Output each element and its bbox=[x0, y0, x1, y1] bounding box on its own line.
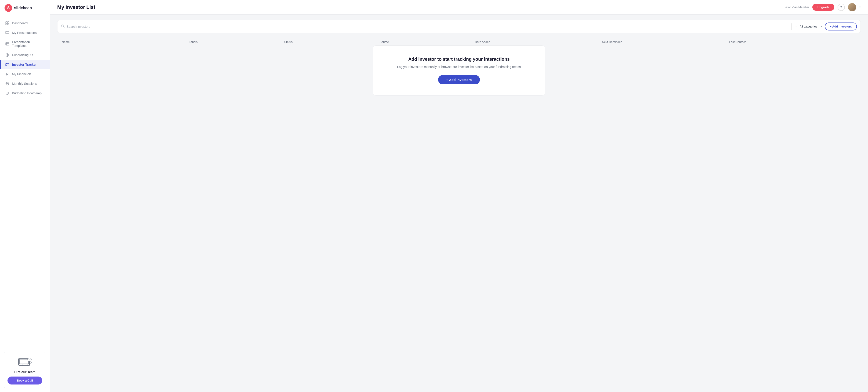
sessions-icon bbox=[5, 82, 9, 86]
svg-rect-1 bbox=[7, 22, 9, 23]
sidebar-nav: Dashboard My Presentations Presentation bbox=[0, 16, 50, 348]
sidebar-item-dashboard[interactable]: Dashboard bbox=[0, 19, 50, 28]
hire-team-title: Hire our Team bbox=[14, 370, 35, 374]
add-investors-button-toolbar[interactable]: + Add Investors bbox=[825, 23, 857, 30]
col-status: Status bbox=[284, 40, 379, 44]
svg-point-12 bbox=[6, 83, 7, 84]
empty-state-card: Add investor to start tracking your inte… bbox=[373, 46, 545, 95]
svg-rect-2 bbox=[6, 23, 7, 25]
svg-rect-0 bbox=[6, 22, 7, 23]
empty-subtitle: Log your investors manually or browse ou… bbox=[380, 65, 538, 69]
grid-icon bbox=[5, 21, 9, 25]
content-area: All categories ▾ + Add Investors Name La… bbox=[50, 15, 868, 392]
col-source: Source bbox=[379, 40, 475, 44]
category-select[interactable]: All categories bbox=[800, 25, 822, 28]
hire-team-card: Hire our Team Book a Call bbox=[4, 352, 46, 388]
help-button[interactable]: ? bbox=[838, 4, 845, 11]
sidebar-item-fundraising-kit[interactable]: Fundraising Kit bbox=[0, 50, 50, 60]
main-content: My Investor List Basic Plan Member Upgra… bbox=[50, 0, 868, 392]
sidebar-item-label: Monthly Sessions bbox=[12, 82, 37, 85]
add-investors-button-primary[interactable]: + Add Investors bbox=[438, 75, 480, 84]
category-select-wrap: All categories ▾ bbox=[800, 25, 822, 28]
template-icon bbox=[5, 42, 9, 46]
financials-icon bbox=[5, 72, 9, 76]
app-header: My Investor List Basic Plan Member Upgra… bbox=[50, 0, 868, 15]
toolbar-divider bbox=[792, 23, 792, 30]
logo: S slidebean bbox=[0, 0, 50, 16]
svg-rect-4 bbox=[6, 31, 9, 34]
svg-rect-5 bbox=[6, 43, 9, 45]
sidebar-item-label: My Financials bbox=[12, 72, 32, 76]
sidebar-item-budgeting-bootcamp[interactable]: Budgeting Bootcamp bbox=[0, 88, 50, 98]
plan-badge: Basic Plan Member bbox=[784, 5, 809, 9]
sidebar-item-label: Fundraising Kit bbox=[12, 53, 33, 57]
sidebar-item-investor-tracker[interactable]: Investor Tracker bbox=[0, 60, 50, 69]
search-icon bbox=[61, 24, 65, 29]
sidebar-item-label: Budgeting Bootcamp bbox=[12, 91, 41, 95]
empty-title: Add investor to start tracking your inte… bbox=[380, 57, 538, 62]
svg-rect-3 bbox=[7, 23, 9, 25]
avatar[interactable] bbox=[848, 3, 856, 11]
filter-icon bbox=[795, 25, 798, 28]
sidebar-item-label: Presentation Templates bbox=[12, 40, 45, 48]
svg-point-13 bbox=[7, 83, 8, 84]
upgrade-button[interactable]: Upgrade bbox=[812, 4, 834, 11]
svg-rect-7 bbox=[6, 63, 9, 66]
svg-rect-9 bbox=[8, 63, 8, 64]
table-header: Name Labels Status Source Date Added Nex… bbox=[57, 38, 861, 46]
col-date-added: Date Added bbox=[475, 40, 602, 44]
book-call-button[interactable]: Book a Call bbox=[7, 376, 42, 385]
header-actions: Basic Plan Member Upgrade ? ▾ bbox=[784, 3, 861, 11]
tracker-icon bbox=[5, 62, 9, 66]
hire-illustration bbox=[18, 357, 32, 367]
svg-rect-16 bbox=[20, 359, 29, 364]
search-toolbar: All categories ▾ + Add Investors bbox=[57, 20, 861, 33]
search-input[interactable] bbox=[66, 25, 789, 28]
chevron-down-icon[interactable]: ▾ bbox=[859, 6, 861, 9]
bootcamp-icon bbox=[5, 91, 9, 95]
sidebar-item-label: Investor Tracker bbox=[12, 63, 37, 66]
sidebar-item-presentation-templates[interactable]: Presentation Templates bbox=[0, 37, 50, 50]
sidebar-item-monthly-sessions[interactable]: Monthly Sessions bbox=[0, 79, 50, 88]
col-last-contact: Last Contact bbox=[729, 40, 856, 44]
sidebar: S slidebean Dashboard bbox=[0, 0, 50, 392]
avatar-image bbox=[848, 3, 856, 11]
sidebar-item-label: Dashboard bbox=[12, 21, 28, 25]
col-name: Name bbox=[62, 40, 189, 44]
sidebar-item-my-financials[interactable]: My Financials bbox=[0, 69, 50, 79]
dollar-icon bbox=[5, 53, 9, 57]
presentation-icon bbox=[5, 31, 9, 35]
sidebar-item-label: My Presentations bbox=[12, 31, 37, 34]
logo-icon: S bbox=[4, 4, 12, 12]
filter-wrap: All categories ▾ bbox=[795, 25, 822, 28]
svg-rect-8 bbox=[6, 63, 7, 64]
col-next-reminder: Next Reminder bbox=[602, 40, 729, 44]
col-labels: Labels bbox=[189, 40, 284, 44]
search-wrap bbox=[61, 24, 789, 29]
page-title: My Investor List bbox=[57, 4, 95, 10]
logo-text: slidebean bbox=[14, 6, 32, 10]
sidebar-item-my-presentations[interactable]: My Presentations bbox=[0, 28, 50, 37]
